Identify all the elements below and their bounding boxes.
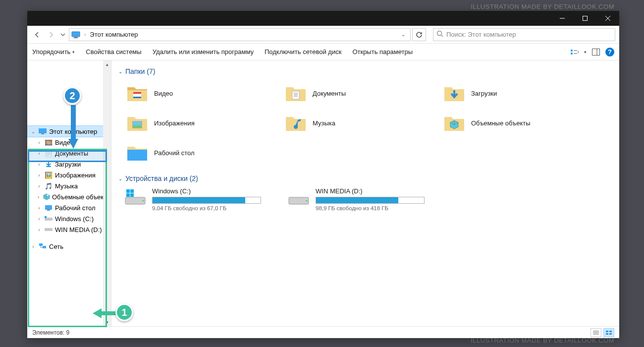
view-options-button[interactable] — [569, 47, 580, 58]
view-dropdown[interactable]: ▾ — [584, 50, 587, 55]
pc-icon — [71, 31, 80, 38]
sidebar-item-pictures[interactable]: ›🖼️Изображения — [27, 170, 111, 180]
svg-rect-48 — [609, 331, 612, 332]
organize-label: Упорядочить — [32, 48, 70, 56]
folder-3dobjects[interactable]: Объемные объекты — [441, 110, 590, 136]
annotation-arrow-1 — [92, 308, 116, 318]
svg-rect-43 — [306, 200, 308, 201]
drive-free-text: 98,9 ГБ свободно из 418 ГБ — [316, 205, 436, 211]
sidebar-scrollbar[interactable]: ▴ ▾ — [103, 60, 111, 326]
preview-pane-button[interactable] — [590, 47, 601, 58]
open-settings-button[interactable]: Открыть параметры — [352, 48, 413, 56]
organize-button[interactable]: Упорядочить ▾ — [32, 48, 75, 56]
folders-grid: Видео Документы Загрузки Изображения Муз… — [124, 80, 612, 166]
sidebar-item-drive-d[interactable]: ›WIN MEDIA (D:) — [27, 224, 111, 235]
drive-c[interactable]: Windows (C:) 9,04 ГБ свободно из 67,0 ГБ — [124, 187, 273, 211]
folder-label: Загрузки — [471, 90, 497, 97]
chevron-down-icon: ▾ — [72, 50, 75, 55]
recent-dropdown[interactable] — [59, 29, 67, 41]
explorer-window: › Этот компьютер ⌄ Упорядочить ▾ Свойств… — [27, 11, 619, 338]
svg-rect-1 — [583, 16, 588, 21]
sidebar-item-drive-c[interactable]: ›Windows (C:) — [27, 213, 111, 224]
search-box[interactable] — [433, 28, 615, 41]
sidebar-label: Музыка — [55, 182, 78, 190]
sidebar-item-desktop[interactable]: ›Рабочий стол — [27, 202, 111, 213]
tiles-view-button[interactable] — [603, 328, 614, 337]
expand-icon[interactable]: › — [36, 140, 42, 145]
folder-music[interactable]: Музыка — [283, 110, 431, 136]
svg-rect-16 — [41, 133, 44, 134]
system-properties-button[interactable]: Свойства системы — [86, 48, 141, 56]
map-network-drive-button[interactable]: Подключить сетевой диск — [265, 48, 341, 56]
expand-icon[interactable]: › — [36, 205, 42, 211]
svg-rect-40 — [126, 193, 130, 197]
folders-section-header[interactable]: ⌄ Папки (7) — [118, 67, 612, 75]
search-icon — [436, 30, 443, 39]
folder-pictures[interactable]: Изображения — [124, 110, 273, 136]
expand-icon[interactable]: › — [36, 151, 42, 156]
back-button[interactable] — [31, 29, 43, 41]
uninstall-label: Удалить или изменить программу — [153, 48, 254, 56]
svg-rect-26 — [133, 92, 141, 94]
svg-rect-9 — [571, 50, 573, 52]
svg-rect-38 — [126, 189, 130, 193]
svg-rect-37 — [142, 200, 144, 201]
svg-rect-18 — [45, 205, 52, 210]
folder-label: Объемные объекты — [471, 119, 531, 127]
forward-button[interactable] — [45, 29, 57, 41]
expand-icon[interactable]: › — [30, 244, 36, 249]
expand-icon[interactable]: › — [36, 183, 42, 189]
settings-label: Открыть параметры — [352, 48, 413, 56]
drive-free-text: 9,04 ГБ свободно из 67,0 ГБ — [152, 205, 273, 211]
svg-rect-24 — [43, 246, 46, 248]
expand-icon[interactable]: › — [36, 173, 42, 178]
status-item-count: Элементов: 9 — [32, 329, 69, 336]
sidebar-item-downloads[interactable]: ›Загрузки — [27, 159, 111, 170]
expand-icon[interactable]: › — [36, 162, 42, 167]
details-view-button[interactable] — [590, 328, 601, 337]
scroll-up-icon[interactable]: ▴ — [103, 60, 111, 68]
sidebar-item-music[interactable]: ›🎵Музыка — [27, 180, 111, 191]
sidebar-item-3dobjects[interactable]: ›Объемные объек… — [27, 191, 111, 202]
picture-icon: 🖼️ — [44, 171, 53, 179]
address-text: Этот компьютер — [90, 31, 138, 38]
drive-name: WIN MEDIA (D:) — [316, 187, 436, 195]
folder-icon — [126, 82, 148, 104]
close-button[interactable] — [596, 11, 619, 26]
folder-documents[interactable]: Документы — [283, 80, 431, 106]
annotation-callout-1: 1 — [115, 303, 133, 321]
drives-section-header[interactable]: ⌄ Устройства и диски (2) — [118, 174, 612, 182]
folder-downloads[interactable]: Загрузки — [441, 80, 590, 106]
scroll-down-icon[interactable]: ▾ — [103, 318, 111, 326]
expand-icon[interactable]: › — [36, 227, 42, 232]
svg-rect-39 — [130, 189, 134, 193]
folder-videos[interactable]: Видео — [124, 80, 273, 106]
svg-rect-6 — [73, 38, 78, 38]
address-dropdown[interactable]: ⌄ — [398, 32, 408, 37]
address-bar-row: › Этот компьютер ⌄ — [27, 26, 619, 44]
folder-icon — [443, 82, 465, 104]
drives-header-label: Устройства и диски (2) — [125, 174, 198, 182]
svg-rect-34 — [133, 125, 142, 128]
search-input[interactable] — [446, 31, 612, 38]
annotation-callout-2: 2 — [63, 87, 81, 105]
svg-point-7 — [437, 31, 442, 35]
expand-icon[interactable]: › — [36, 216, 42, 222]
refresh-button[interactable] — [412, 28, 426, 41]
uninstall-button[interactable]: Удалить или изменить программу — [153, 48, 254, 56]
expand-icon[interactable]: › — [36, 194, 41, 200]
collapse-icon[interactable]: ⌄ — [30, 129, 36, 134]
drive-icon — [44, 215, 53, 223]
drive-d[interactable]: WIN MEDIA (D:) 98,9 ГБ свободно из 418 Г… — [288, 187, 436, 211]
address-box[interactable]: › Этот компьютер ⌄ — [69, 28, 411, 41]
video-icon: 🎞️ — [44, 138, 53, 146]
help-button[interactable]: ? — [605, 48, 614, 57]
cube-icon — [43, 193, 50, 201]
maximize-button[interactable] — [574, 11, 596, 26]
folder-desktop[interactable]: Рабочий стол — [124, 140, 273, 166]
sidebar-label: Сеть — [49, 243, 63, 250]
svg-rect-13 — [592, 49, 600, 55]
minimize-button[interactable] — [551, 11, 574, 26]
svg-rect-27 — [133, 97, 141, 98]
sidebar-item-network[interactable]: › Сеть — [27, 241, 111, 252]
